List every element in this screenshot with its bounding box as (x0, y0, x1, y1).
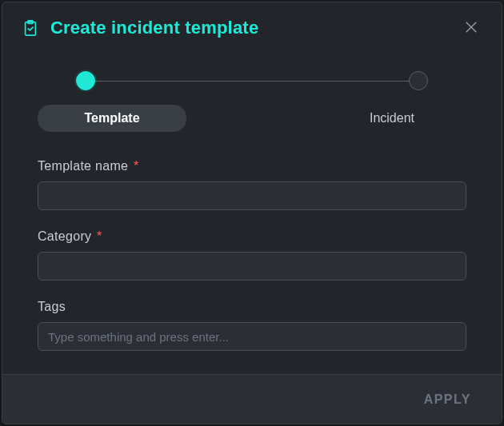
stepper-dot-template[interactable] (76, 71, 95, 90)
template-name-label-text: Template name (38, 159, 128, 173)
dialog-title: Create incident template (50, 18, 460, 38)
template-name-input[interactable] (38, 181, 466, 210)
dialog-header: Create incident template (2, 2, 502, 54)
close-button[interactable] (460, 17, 482, 39)
template-name-label: Template name * (38, 159, 466, 173)
stepper (76, 71, 428, 92)
required-marker: * (134, 159, 139, 173)
step-label-template[interactable]: Template (38, 105, 186, 132)
stepper-line (86, 81, 418, 82)
close-icon (463, 19, 479, 38)
step-label-incident[interactable]: Incident (318, 105, 466, 132)
category-input[interactable] (38, 252, 466, 281)
category-label-text: Category (38, 229, 91, 243)
tags-label: Tags (38, 300, 466, 314)
required-marker: * (97, 229, 102, 243)
tags-input[interactable] (38, 322, 466, 351)
field-template-name: Template name * (38, 159, 466, 210)
clipboard-check-icon (22, 19, 39, 37)
category-label: Category * (38, 229, 466, 244)
apply-button[interactable]: APPLY (416, 386, 479, 413)
field-tags: Tags (38, 300, 466, 351)
dialog-footer: APPLY (2, 374, 502, 424)
field-category: Category * (38, 229, 466, 281)
stepper-dot-incident[interactable] (409, 71, 428, 90)
create-incident-template-dialog: Create incident template Template Incide… (2, 2, 502, 424)
stepper-labels: Template Incident (38, 105, 466, 132)
dialog-body: Template Incident Template name * Catego… (2, 54, 502, 374)
